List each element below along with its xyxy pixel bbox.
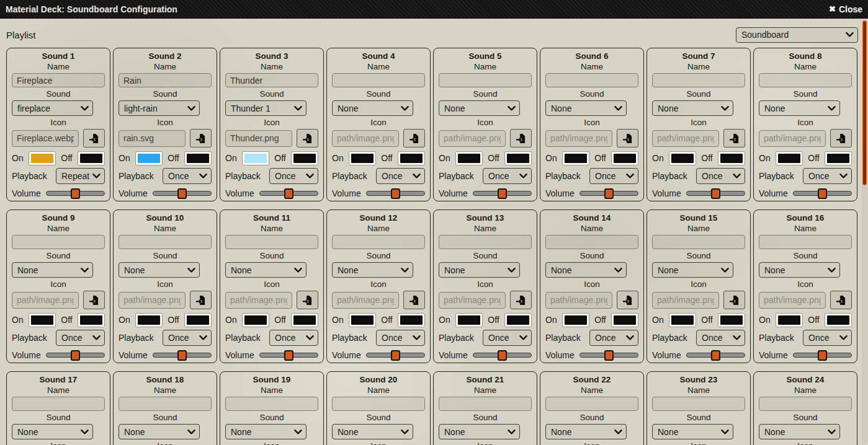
volume-slider[interactable]	[259, 350, 318, 361]
icon-path-input[interactable]	[225, 292, 292, 309]
off-color-picker[interactable]	[718, 151, 745, 165]
sound-select[interactable]: None	[332, 424, 413, 439]
on-color-picker[interactable]	[776, 313, 803, 327]
sound-select[interactable]: None	[759, 100, 840, 116]
sound-select[interactable]: None	[332, 100, 413, 116]
playback-select[interactable]: Once	[376, 168, 425, 184]
icon-path-input[interactable]	[759, 292, 826, 309]
sound-name-input[interactable]	[119, 73, 212, 87]
on-color-picker[interactable]	[562, 151, 589, 165]
volume-slider[interactable]	[793, 188, 852, 199]
sound-select[interactable]: None	[12, 262, 93, 278]
sound-name-input[interactable]	[119, 397, 212, 411]
sound-name-input[interactable]	[225, 73, 318, 87]
sound-name-input[interactable]	[439, 235, 532, 249]
on-color-picker[interactable]	[135, 313, 163, 327]
sound-select[interactable]: None	[545, 424, 627, 439]
on-color-picker[interactable]	[455, 313, 483, 327]
icon-path-input[interactable]	[119, 292, 186, 309]
sound-name-input[interactable]	[12, 397, 105, 411]
playback-select[interactable]: Once	[696, 168, 745, 184]
file-picker-button[interactable]	[190, 129, 212, 148]
off-color-picker[interactable]	[611, 151, 638, 165]
file-picker-button[interactable]	[190, 291, 212, 309]
sound-select[interactable]: None	[225, 262, 306, 278]
sound-select[interactable]: None	[439, 262, 520, 278]
file-picker-button[interactable]	[403, 291, 425, 309]
volume-slider[interactable]	[579, 350, 638, 361]
sound-name-input[interactable]	[652, 73, 745, 87]
volume-slider[interactable]	[259, 188, 318, 199]
sound-name-input[interactable]	[759, 397, 852, 411]
file-picker-button[interactable]	[83, 291, 105, 309]
file-picker-button[interactable]	[510, 291, 532, 309]
volume-slider[interactable]	[686, 188, 745, 199]
sound-select[interactable]: None	[759, 424, 840, 439]
off-color-picker[interactable]	[184, 313, 212, 327]
file-picker-button[interactable]	[723, 291, 745, 309]
on-color-picker[interactable]	[562, 313, 589, 327]
icon-path-input[interactable]	[652, 130, 719, 147]
sound-name-input[interactable]	[545, 397, 638, 411]
off-color-picker[interactable]	[611, 313, 638, 327]
sound-name-input[interactable]	[439, 397, 532, 411]
playback-select[interactable]: Once	[696, 330, 745, 346]
sound-name-input[interactable]	[119, 235, 212, 249]
sound-select[interactable]: fireplace	[12, 100, 93, 116]
icon-path-input[interactable]	[119, 130, 186, 147]
playback-select[interactable]: Once	[803, 330, 852, 346]
sound-select[interactable]: light-rain	[119, 100, 200, 116]
on-color-picker[interactable]	[776, 151, 803, 165]
sound-name-input[interactable]	[332, 397, 425, 411]
playback-select[interactable]: Once	[56, 330, 105, 346]
off-color-picker[interactable]	[398, 313, 425, 327]
on-color-picker[interactable]	[29, 151, 56, 165]
icon-path-input[interactable]	[12, 292, 79, 309]
on-color-picker[interactable]	[349, 151, 376, 165]
volume-slider[interactable]	[793, 350, 852, 361]
on-color-picker[interactable]	[242, 151, 269, 165]
playback-select[interactable]: Once	[376, 330, 425, 346]
playback-select[interactable]: Once	[803, 168, 852, 184]
sound-name-input[interactable]	[332, 73, 425, 87]
off-color-picker[interactable]	[825, 313, 852, 327]
icon-path-input[interactable]	[439, 292, 506, 309]
volume-slider[interactable]	[366, 188, 425, 199]
on-color-picker[interactable]	[29, 313, 56, 327]
playback-select[interactable]: Once	[163, 168, 212, 184]
sound-select[interactable]: None	[439, 100, 520, 116]
on-color-picker[interactable]	[669, 151, 696, 165]
file-picker-button[interactable]	[297, 291, 318, 309]
close-button[interactable]: ✖ Close	[829, 4, 862, 14]
sound-select[interactable]: None	[545, 262, 627, 278]
icon-path-input[interactable]	[225, 130, 292, 147]
volume-slider[interactable]	[153, 350, 212, 361]
icon-path-input[interactable]	[652, 292, 719, 309]
sound-select[interactable]: None	[759, 262, 840, 278]
sound-name-input[interactable]	[12, 235, 105, 249]
sound-select[interactable]: None	[119, 424, 200, 439]
sound-name-input[interactable]	[439, 73, 532, 87]
icon-path-input[interactable]	[332, 130, 399, 147]
on-color-picker[interactable]	[455, 151, 483, 165]
sound-name-input[interactable]	[12, 73, 105, 87]
volume-slider[interactable]	[46, 188, 105, 199]
sound-name-input[interactable]	[545, 235, 638, 249]
volume-slider[interactable]	[153, 188, 212, 199]
on-color-picker[interactable]	[242, 313, 269, 327]
off-color-picker[interactable]	[504, 313, 532, 327]
playback-select[interactable]: Once	[163, 330, 212, 346]
volume-slider[interactable]	[366, 350, 425, 361]
off-color-picker[interactable]	[184, 151, 212, 165]
sound-select[interactable]: None	[12, 424, 93, 439]
off-color-picker[interactable]	[291, 151, 318, 165]
file-picker-button[interactable]	[723, 129, 745, 148]
sound-name-input[interactable]	[759, 235, 852, 249]
sound-name-input[interactable]	[652, 235, 745, 249]
volume-slider[interactable]	[686, 350, 745, 361]
off-color-picker[interactable]	[291, 313, 318, 327]
sound-select[interactable]: None	[119, 262, 200, 278]
on-color-picker[interactable]	[669, 313, 696, 327]
icon-path-input[interactable]	[439, 130, 506, 147]
sound-select[interactable]: None	[652, 424, 733, 439]
